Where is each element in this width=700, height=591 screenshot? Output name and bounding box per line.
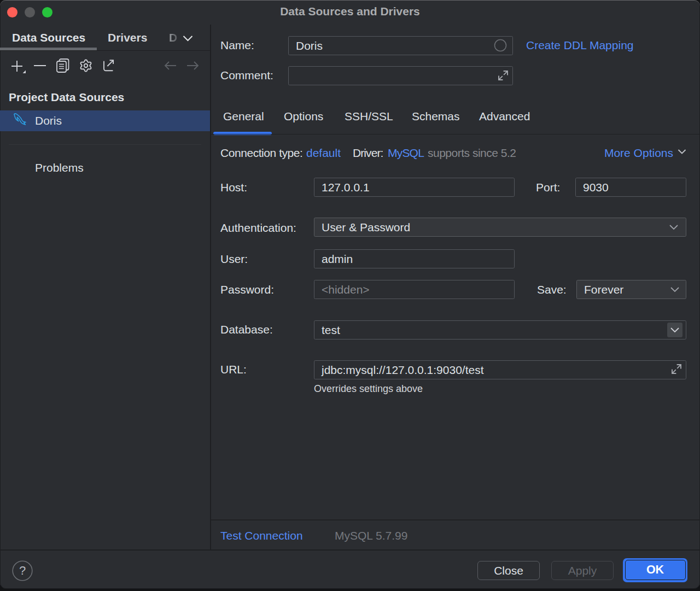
svg-text:?: ?: [19, 564, 26, 577]
